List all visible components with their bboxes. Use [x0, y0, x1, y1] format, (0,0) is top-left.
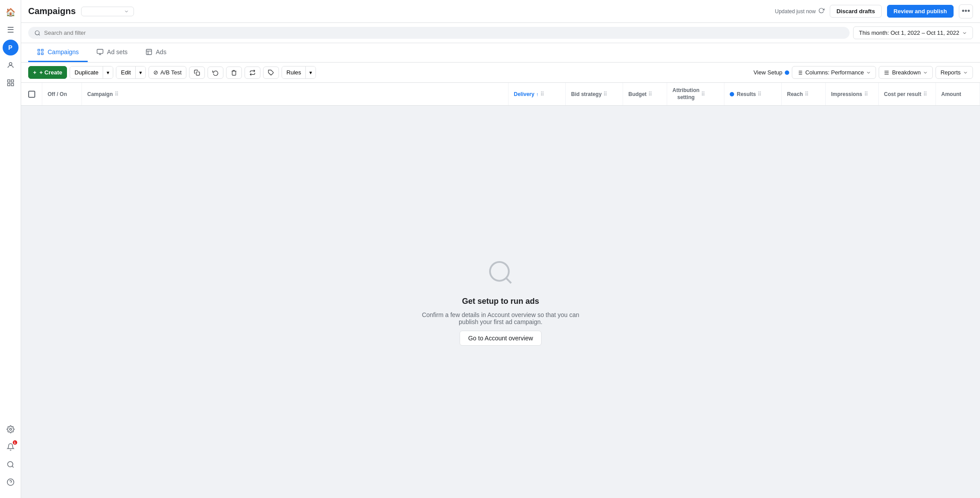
campaign-dropdown[interactable] — [81, 7, 134, 16]
tag-icon — [268, 70, 274, 76]
home-icon[interactable]: 🏠 — [3, 4, 19, 20]
svg-line-7 — [12, 466, 13, 467]
edit-dropdown-arrow[interactable]: ▾ — [135, 66, 145, 78]
th-reach[interactable]: Reach ⠿ — [782, 83, 826, 105]
copy-icon-button[interactable] — [189, 66, 205, 79]
svg-rect-16 — [97, 49, 103, 53]
sidebar: 🏠 ☰ P 1 — [0, 0, 21, 498]
columns-chevron-icon — [866, 70, 871, 75]
refresh-icon[interactable] — [818, 7, 824, 15]
duplicate-dropdown-arrow[interactable]: ▾ — [103, 66, 113, 78]
copy-icon — [194, 70, 200, 76]
delivery-sort-arrow: ↑ — [536, 92, 539, 97]
th-checkbox — [21, 83, 42, 105]
adsets-tab-icon — [97, 48, 104, 55]
tag-button[interactable] — [263, 66, 279, 79]
empty-state: Get setup to run ads Confirm a few detai… — [395, 241, 606, 363]
breakdown-icon — [883, 70, 890, 76]
bid-col-drag[interactable]: ⠿ — [603, 91, 607, 97]
tab-campaigns[interactable]: Campaigns — [28, 43, 88, 62]
svg-rect-14 — [38, 53, 40, 55]
main-content: Campaigns Updated just now Discard draft… — [21, 0, 980, 498]
rules-button[interactable]: Rules — [282, 66, 305, 78]
create-plus-icon: + — [33, 69, 37, 76]
svg-rect-2 — [11, 80, 13, 82]
move-button[interactable] — [245, 66, 260, 79]
view-setup-button[interactable]: View Setup — [754, 69, 790, 76]
attribution-col-drag[interactable]: ⠿ — [701, 91, 705, 97]
impressions-col-drag[interactable]: ⠿ — [864, 91, 868, 97]
results-col-drag[interactable]: ⠿ — [757, 91, 761, 97]
settings-icon[interactable] — [3, 421, 19, 437]
view-setup-dot — [785, 70, 789, 75]
th-bid-strategy[interactable]: Bid strategy ⠿ — [566, 83, 623, 105]
breakdown-chevron-icon — [923, 70, 928, 75]
svg-point-33 — [490, 262, 509, 281]
tab-ads[interactable]: Ads — [137, 43, 175, 62]
svg-rect-12 — [38, 49, 40, 51]
delivery-col-drag[interactable]: ⠿ — [540, 91, 544, 97]
table-header: Off / On Campaign ⠿ Delivery ↑ ⠿ Bid str… — [21, 83, 980, 106]
svg-point-6 — [7, 461, 13, 467]
svg-rect-19 — [146, 49, 152, 55]
svg-rect-13 — [41, 49, 43, 51]
delete-button[interactable] — [226, 66, 242, 79]
tab-nav: Campaigns Ad sets Ads — [21, 43, 980, 63]
reach-col-drag[interactable]: ⠿ — [805, 91, 809, 97]
discard-drafts-button[interactable]: Discard drafts — [830, 5, 881, 18]
undo-button[interactable] — [208, 66, 223, 79]
th-attribution[interactable]: Attribution setting ⠿ — [667, 83, 724, 105]
th-results[interactable]: Results ⠿ — [724, 83, 782, 105]
select-all-checkbox[interactable] — [28, 91, 35, 98]
table-body: Get setup to run ads Confirm a few detai… — [21, 106, 980, 498]
duplicate-button[interactable]: Duplicate — [70, 66, 103, 78]
search-input[interactable] — [44, 30, 843, 36]
sidebar-search-icon[interactable] — [3, 457, 19, 472]
budget-col-drag[interactable]: ⠿ — [648, 91, 652, 97]
chevron-down-icon — [962, 30, 967, 36]
svg-rect-4 — [11, 84, 13, 86]
page-title: Campaigns — [28, 6, 76, 16]
th-toggle: Off / On — [42, 83, 82, 105]
columns-button[interactable]: Columns: Performance — [792, 66, 876, 79]
th-impressions[interactable]: Impressions ⠿ — [826, 83, 879, 105]
th-cost-per-result[interactable]: Cost per result ⠿ — [879, 83, 936, 105]
svg-point-10 — [35, 30, 39, 34]
update-status: Updated just now — [775, 7, 824, 15]
svg-point-0 — [9, 63, 12, 65]
th-budget[interactable]: Budget ⠿ — [623, 83, 667, 105]
more-options-button[interactable]: ••• — [959, 4, 973, 18]
menu-icon[interactable]: ☰ — [3, 22, 19, 38]
results-dot — [730, 92, 734, 96]
th-campaign[interactable]: Campaign ⠿ — [82, 83, 509, 105]
search-input-wrap[interactable] — [28, 27, 850, 39]
svg-rect-3 — [7, 84, 10, 86]
grid-icon[interactable] — [3, 75, 19, 91]
move-icon — [249, 70, 256, 76]
campaign-col-drag[interactable]: ⠿ — [115, 91, 119, 97]
create-button[interactable]: + + Create — [28, 66, 67, 79]
cost-col-drag[interactable]: ⠿ — [923, 91, 927, 97]
go-to-account-overview-button[interactable]: Go to Account overview — [460, 331, 541, 346]
account-icon[interactable] — [3, 57, 19, 73]
tab-adsets[interactable]: Ad sets — [88, 43, 137, 62]
rules-dropdown-arrow[interactable]: ▾ — [305, 66, 316, 78]
rules-split-button: Rules ▾ — [282, 66, 316, 79]
th-amount[interactable]: Amount — [936, 83, 980, 105]
reports-button[interactable]: Reports — [935, 66, 973, 79]
avatar[interactable]: P — [3, 40, 19, 55]
date-range-button[interactable]: This month: Oct 1, 2022 – Oct 11, 2022 — [853, 26, 973, 39]
ab-test-button[interactable]: ⊘ A/B Test — [148, 66, 186, 79]
help-icon[interactable] — [3, 474, 19, 490]
empty-state-title: Get setup to run ads — [462, 297, 539, 306]
edit-split-button: Edit ▾ — [116, 66, 145, 79]
empty-search-icon — [486, 258, 515, 291]
ads-tab-icon — [145, 48, 152, 55]
notifications-icon[interactable]: 1 — [3, 439, 19, 455]
th-delivery[interactable]: Delivery ↑ ⠿ — [509, 83, 566, 105]
campaigns-tab-icon — [37, 48, 44, 55]
edit-button[interactable]: Edit — [116, 66, 135, 78]
review-publish-button[interactable]: Review and publish — [887, 5, 954, 18]
svg-rect-1 — [7, 80, 10, 82]
breakdown-button[interactable]: Breakdown — [879, 66, 933, 79]
